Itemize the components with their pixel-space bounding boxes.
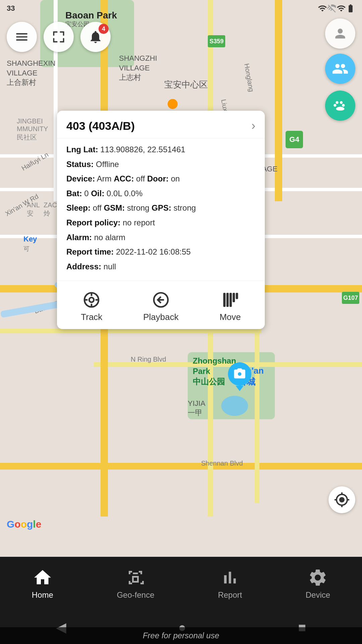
right-buttons xyxy=(325,54,355,121)
haifuyi-label: Haifuyi Ln xyxy=(20,151,50,172)
zac-label: ZAC炩 xyxy=(44,201,57,218)
card-header: 403 (403A/B) › xyxy=(57,111,265,139)
honglan-label: Honglang xyxy=(243,63,255,92)
camera-pin xyxy=(228,362,251,391)
yijia-label: YIJIA一甲 xyxy=(188,399,205,418)
report-policy-row: Report policy: no report xyxy=(66,217,255,228)
ke-label: 可 xyxy=(23,245,29,253)
nav-geofence-label: Geo-fence xyxy=(117,590,154,600)
nav-report-label: Report xyxy=(218,590,242,600)
info-card: 403 (403A/B) › Lng Lat: 113.908826, 22.5… xyxy=(57,111,265,329)
paw-btn[interactable] xyxy=(325,91,355,121)
g107-badge: G107 xyxy=(342,292,359,304)
shennan-blvd xyxy=(0,463,362,470)
google-logo: Google xyxy=(7,519,41,530)
sleep-row: Sleep: off GSM: strong GPS: strong xyxy=(66,202,255,214)
nav-home[interactable]: Home xyxy=(25,564,60,603)
profile-button[interactable] xyxy=(325,18,355,49)
orange-marker xyxy=(168,99,178,109)
notification-button[interactable]: 4 xyxy=(80,22,111,52)
report-time-row: Report time: 2022-11-02 16:08:55 xyxy=(66,246,255,258)
playback-label: Playback xyxy=(143,312,179,322)
status-row: Status: Offline xyxy=(66,159,255,170)
locate-button[interactable] xyxy=(328,486,355,513)
lnglat-row: Lng Lat: 113.908826, 22.551461 xyxy=(66,144,255,155)
expand-button[interactable] xyxy=(44,22,74,52)
address-row: Address: null xyxy=(66,261,255,272)
watermark: Free for personal use xyxy=(0,627,362,644)
status-bar: 33 xyxy=(0,0,362,17)
playback-button[interactable]: Playback xyxy=(126,287,196,326)
notification-badge: 4 xyxy=(99,24,109,34)
nav-geofence[interactable]: Geo-fence xyxy=(110,564,161,603)
card-actions: Track Playback Move xyxy=(57,281,265,329)
menu-button[interactable] xyxy=(7,22,37,52)
key-label: Key xyxy=(23,235,37,244)
alarm-row: Alarm: no alarm xyxy=(66,232,255,243)
baoan-center-label: 宝安中心区 xyxy=(164,79,208,91)
people-btn[interactable] xyxy=(325,54,355,84)
baoan-blvd xyxy=(0,329,261,333)
card-body: Lng Lat: 113.908826, 22.551461 Status: O… xyxy=(57,139,265,281)
nav-device[interactable]: Device xyxy=(299,564,337,603)
g4-badge: G4 xyxy=(286,131,303,148)
watermark-text: Free for personal use xyxy=(143,631,219,640)
svg-rect-8 xyxy=(223,293,226,307)
signal-bars-icon xyxy=(337,4,346,13)
jingbei-label: JINGBEIMMUNITY民社区 xyxy=(17,117,48,142)
svg-rect-11 xyxy=(233,293,235,302)
nav-device-label: Device xyxy=(306,590,330,600)
wifi-off-icon xyxy=(327,4,337,13)
top-bar: 4 xyxy=(0,18,362,55)
bottom-nav: Home Geo-fence Report Device xyxy=(0,557,362,610)
nring-label: N Ring Blvd xyxy=(131,356,166,363)
svg-rect-12 xyxy=(236,293,238,299)
anl-label: ANL安 xyxy=(27,201,40,218)
signal-icon xyxy=(318,4,327,13)
svg-rect-10 xyxy=(229,293,232,307)
svg-point-1 xyxy=(89,298,94,302)
nav-report[interactable]: Report xyxy=(211,564,249,603)
move-label: Move xyxy=(220,312,241,322)
svg-rect-9 xyxy=(226,293,229,307)
track-button[interactable]: Track xyxy=(57,287,126,326)
shanghexin-label: SHANGHEXINVILLAGE上合新村 xyxy=(7,59,55,88)
battery-icon xyxy=(346,4,355,13)
shennan-label: Shennan Blvd xyxy=(201,460,243,467)
lake xyxy=(221,396,248,416)
nav-home-label: Home xyxy=(32,590,53,600)
shangzhi-label: SHANGZHIVILLAGE上志村 xyxy=(119,54,157,83)
status-time: 33 xyxy=(7,4,15,13)
track-label: Track xyxy=(81,312,102,322)
device-row: Device: Arm ACC: off Door: on xyxy=(66,173,255,184)
bat-row: Bat: 0 Oil: 0.0L 0.0% xyxy=(66,188,255,199)
move-button[interactable]: Move xyxy=(195,287,265,326)
card-arrow[interactable]: › xyxy=(251,119,255,133)
card-title: 403 (403A/B) xyxy=(66,119,135,132)
